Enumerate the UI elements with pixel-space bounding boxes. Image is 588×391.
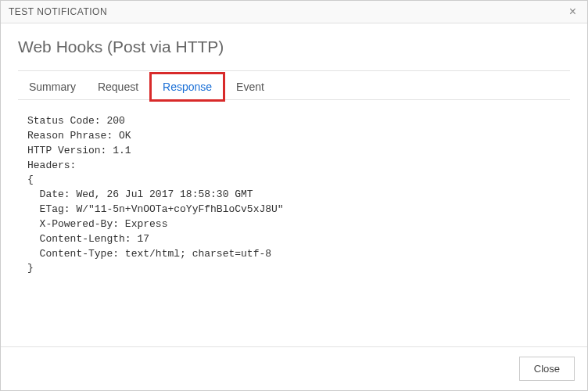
reason-value: OK: [119, 130, 131, 142]
test-notification-dialog: TEST NOTIFICATION × Web Hooks (Post via …: [0, 0, 588, 391]
dialog-title: TEST NOTIFICATION: [9, 6, 107, 17]
tab-event[interactable]: Event: [225, 74, 275, 99]
header-line: X-Powered-By: Express: [27, 218, 167, 230]
header-line: ETag: W/"11-5n+VnOOTa+coYyFfhBloCv5xJ8U": [27, 203, 284, 215]
header-line: Content-Length: 17: [27, 233, 149, 245]
status-code-label: Status Code:: [27, 115, 106, 127]
titlebar: TEST NOTIFICATION ×: [1, 1, 587, 23]
tab-summary[interactable]: Summary: [18, 74, 87, 99]
close-button[interactable]: Close: [519, 357, 575, 381]
brace-close: }: [27, 262, 34, 274]
brace-open: {: [27, 174, 34, 185]
header-line: Content-Type: text/html; charset=utf-8: [27, 248, 271, 260]
response-body: Status Code: 200 Reason Phrase: OK HTTP …: [18, 109, 570, 346]
reason-label: Reason Phrase:: [27, 130, 119, 142]
tab-response[interactable]: Response: [149, 72, 225, 102]
headers-label: Headers:: [27, 160, 76, 171]
tab-request[interactable]: Request: [87, 74, 149, 99]
http-version-label: HTTP Version:: [27, 145, 113, 156]
tab-bar: Summary Request Response Event: [18, 74, 570, 100]
dialog-content: Web Hooks (Post via HTTP) Summary Reques…: [1, 23, 587, 346]
http-version-value: 1.1: [113, 145, 131, 156]
page-title: Web Hooks (Post via HTTP): [18, 38, 570, 56]
status-code-value: 200: [106, 115, 124, 127]
dialog-footer: Close: [1, 346, 587, 390]
close-icon[interactable]: ×: [566, 5, 579, 18]
header-line: Date: Wed, 26 Jul 2017 18:58:30 GMT: [27, 188, 253, 200]
divider: [18, 70, 570, 71]
